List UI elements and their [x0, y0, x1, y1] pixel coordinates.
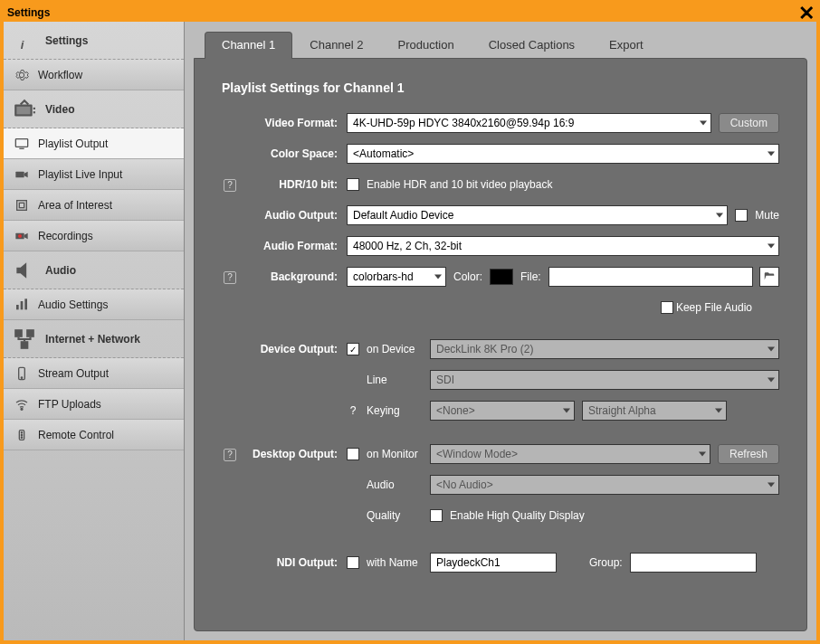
sidebar-item-label: Stream Output [38, 367, 175, 380]
device-keying-label: Keying [367, 404, 423, 417]
desktop-monitor-select[interactable]: <Window Mode> [430, 444, 710, 464]
keep-file-audio-label: Keep File Audio [676, 301, 752, 314]
sidebar-item-recordings[interactable]: Recordings [4, 221, 184, 251]
window-title: Settings [7, 6, 50, 19]
sidebar-item-area-of-interest[interactable]: Area of Interest [4, 190, 184, 221]
bg-file-label: File: [520, 270, 541, 283]
mute-checkbox[interactable] [735, 209, 748, 222]
bg-file-input[interactable] [548, 267, 753, 287]
tab-closed-captions[interactable]: Closed Captions [472, 32, 592, 59]
ndi-name-input[interactable] [430, 553, 557, 573]
refresh-button[interactable]: Refresh [718, 444, 779, 464]
svg-rect-15 [14, 329, 23, 337]
keep-file-audio-checkbox[interactable] [661, 301, 673, 314]
sidebar-group-internet-network[interactable]: Internet + Network [4, 320, 184, 358]
tab-channel-1[interactable]: Channel 1 [205, 32, 292, 59]
ndi-group-label: Group: [589, 556, 623, 569]
svg-rect-6 [19, 147, 24, 148]
tab-export[interactable]: Export [592, 32, 661, 59]
video-format-label: Video Format: [238, 117, 347, 129]
svg-rect-4 [33, 111, 35, 113]
hq-display-label: Enable High Quality Display [450, 509, 585, 522]
bars-icon [14, 298, 29, 312]
tabstrip: Channel 1 Channel 2 Production Closed Ca… [194, 31, 807, 58]
custom-button[interactable]: Custom [719, 113, 779, 133]
bg-file-browse-button[interactable] [759, 267, 779, 287]
bg-color-swatch[interactable] [490, 269, 513, 285]
sidebar-group-video[interactable]: Video [4, 90, 184, 128]
on-monitor-label: on Monitor [367, 448, 423, 460]
svg-rect-13 [21, 301, 24, 309]
on-monitor-checkbox[interactable] [347, 448, 359, 460]
sidebar-item-ftp-uploads[interactable]: FTP Uploads [4, 389, 184, 420]
svg-rect-16 [26, 329, 34, 337]
sidebar-group-settings[interactable]: i Settings [4, 22, 184, 60]
hdr-checkbox-label: Enable HDR and 10 bit video playback [367, 178, 552, 191]
help-keying-icon[interactable]: ? [347, 404, 359, 417]
audio-format-select[interactable]: 48000 Hz, 2 Ch, 32-bit [347, 236, 779, 256]
keying-alpha-select[interactable]: Straight Alpha [582, 401, 727, 421]
on-device-checkbox[interactable]: ✓ [347, 343, 359, 355]
svg-point-22 [21, 431, 22, 432]
sidebar-group-audio[interactable]: Audio [4, 251, 184, 289]
svg-point-23 [21, 434, 22, 435]
info-icon: i [13, 29, 36, 52]
help-background-icon[interactable]: ? [224, 271, 236, 284]
svg-point-20 [21, 408, 23, 410]
keying-mode-select[interactable]: <None> [430, 401, 575, 421]
background-select[interactable]: colorbars-hd [347, 267, 446, 287]
folder-open-icon [763, 270, 776, 283]
color-space-label: Color Space: [238, 147, 347, 160]
main-area: Channel 1 Channel 2 Production Closed Ca… [185, 22, 816, 640]
color-space-select[interactable]: <Automatic> [347, 144, 779, 164]
sidebar-item-label: Remote Control [38, 429, 175, 441]
sidebar-group-label: Audio [45, 264, 175, 277]
desktop-quality-label: Quality [367, 509, 423, 522]
sidebar-item-workflow[interactable]: Workflow [4, 60, 184, 90]
tab-production[interactable]: Production [381, 32, 472, 59]
on-device-label: on Device [367, 343, 423, 355]
svg-rect-17 [21, 341, 29, 349]
sidebar-group-label: Settings [45, 34, 175, 47]
sidebar-item-audio-settings[interactable]: Audio Settings [4, 289, 184, 320]
hdr-checkbox[interactable] [347, 178, 359, 191]
hq-display-checkbox[interactable] [430, 509, 443, 522]
wifi-icon [14, 397, 29, 412]
phone-icon [14, 366, 29, 381]
svg-rect-12 [16, 305, 19, 309]
device-output-select[interactable]: DeckLink 8K Pro (2) [430, 339, 779, 359]
svg-rect-2 [16, 106, 30, 114]
audio-output-select[interactable]: Default Audio Device [347, 205, 728, 225]
sidebar-item-label: Recordings [38, 230, 175, 242]
help-desktop-output-icon[interactable]: ? [224, 449, 236, 461]
audio-output-label: Audio Output: [238, 209, 347, 222]
ndi-with-name-checkbox[interactable] [347, 556, 359, 569]
sidebar-item-playlist-live-input[interactable]: Playlist Live Input [4, 159, 184, 190]
svg-text:i: i [21, 37, 24, 51]
tab-channel-2[interactable]: Channel 2 [292, 32, 380, 59]
window-close-button[interactable]: ✕ [798, 2, 815, 25]
sidebar-item-label: Playlist Live Input [38, 168, 175, 181]
sidebar-item-remote-control[interactable]: Remote Control [4, 420, 184, 450]
device-output-label: Device Output: [238, 343, 347, 355]
mute-label: Mute [755, 209, 779, 222]
sidebar-item-playlist-output[interactable]: Playlist Output [4, 128, 184, 159]
desktop-audio-select[interactable]: <No Audio> [430, 475, 779, 495]
record-icon [14, 229, 29, 243]
gear-icon [14, 68, 29, 82]
ndi-group-input[interactable] [630, 553, 757, 573]
video-format-select[interactable]: 4K-UHD-59p HDYC 3840x2160@59.94p 16:9 [347, 113, 711, 133]
sidebar-item-label: Area of Interest [38, 199, 175, 212]
help-hdr-icon[interactable]: ? [224, 179, 236, 192]
desktop-audio-label: Audio [367, 478, 423, 491]
svg-rect-7 [15, 171, 24, 177]
device-line-select[interactable]: SDI [430, 370, 779, 390]
speaker-icon [13, 259, 36, 282]
monitor-icon [14, 137, 29, 151]
device-line-label: Line [367, 374, 423, 386]
svg-rect-8 [17, 200, 27, 210]
desktop-output-label: Desktop Output: [238, 448, 347, 460]
hdr-label: HDR/10 bit: [238, 178, 347, 191]
svg-rect-5 [15, 138, 27, 147]
sidebar-item-stream-output[interactable]: Stream Output [4, 358, 184, 389]
